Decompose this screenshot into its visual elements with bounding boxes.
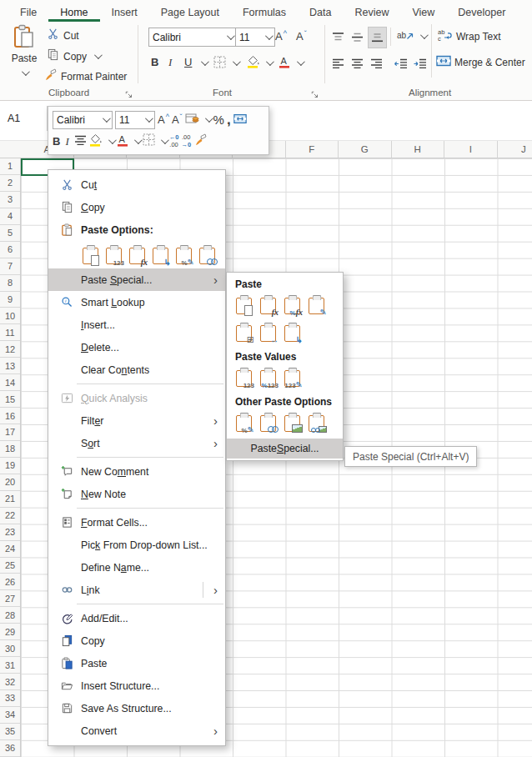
mini-fill-color-button[interactable] — [89, 133, 103, 150]
cut-button[interactable]: Cut — [47, 28, 79, 43]
name-box[interactable]: A1 — [0, 106, 48, 131]
submenu-values-icon[interactable]: 123 — [235, 368, 253, 388]
menu-item-insert[interactable]: Insert... — [48, 313, 225, 336]
submenu-paste-special-item[interactable]: Paste Special... — [227, 439, 343, 459]
row-header-5[interactable]: 5 — [0, 225, 20, 242]
row-header-21[interactable]: 21 — [0, 491, 20, 508]
menu-item-delete[interactable]: Delete... — [48, 336, 225, 358]
row-header-16[interactable]: 16 — [0, 408, 20, 424]
row-header-8[interactable]: 8 — [0, 275, 20, 292]
menu-item-copy[interactable]: Copy — [48, 196, 225, 218]
ribbon-tab-page-layout[interactable]: Page Layout — [149, 3, 231, 22]
format-painter-button[interactable]: Format Painter — [43, 68, 127, 85]
row-header-15[interactable]: 15 — [0, 391, 20, 408]
menu-item-filter[interactable]: Filter› — [48, 409, 225, 432]
font-name-select[interactable]: Calibri — [148, 28, 237, 47]
ribbon-tab-data[interactable]: Data — [298, 3, 343, 22]
orientation-dropdown-chevron-icon[interactable] — [420, 31, 429, 39]
mini-align-center-button[interactable] — [74, 134, 87, 149]
row-header-4[interactable]: 4 — [0, 208, 20, 225]
ribbon-tab-home[interactable]: Home — [48, 3, 99, 22]
shrink-font-button[interactable]: Aˇ — [296, 29, 307, 43]
mini-borders-chevron-icon[interactable] — [161, 136, 169, 144]
row-header-34[interactable]: 34 — [0, 707, 20, 724]
ribbon-tab-view[interactable]: View — [400, 3, 446, 22]
increase-indent-button[interactable] — [413, 58, 427, 73]
orientation-button[interactable]: ab — [397, 29, 414, 44]
row-header-30[interactable]: 30 — [0, 640, 20, 657]
paste-option-transpose-icon[interactable]: ↳ — [152, 245, 169, 265]
row-header-33[interactable]: 33 — [0, 690, 20, 707]
font-color-button[interactable]: A — [279, 55, 290, 72]
submenu-values-number-formatting-icon[interactable]: %123 — [259, 368, 277, 388]
mini-format-painter-button[interactable] — [193, 133, 207, 150]
submenu-values-source-formatting-icon[interactable]: 123✎ — [284, 368, 301, 388]
mini-bold-button[interactable]: B — [53, 135, 60, 148]
percent-style-button[interactable]: % — [213, 113, 224, 127]
mini-merge-center-button[interactable] — [233, 113, 247, 128]
row-header-32[interactable]: 32 — [0, 674, 20, 690]
submenu-picture-icon[interactable] — [284, 413, 301, 433]
menu-item-clear-contents[interactable]: Clear Contents — [48, 358, 225, 381]
borders-button[interactable] — [213, 56, 226, 72]
row-header-12[interactable]: 12 — [0, 341, 20, 358]
grow-font-button[interactable]: A^ — [275, 29, 287, 43]
font-color-dropdown-chevron-icon[interactable] — [297, 58, 305, 66]
row-header-27[interactable]: 27 — [0, 590, 20, 607]
row-header-20[interactable]: 20 — [0, 474, 20, 491]
row-header-2[interactable]: 2 — [0, 175, 20, 192]
paste-option-link-icon[interactable] — [198, 245, 216, 265]
row-headers[interactable]: 1234567891011121314151617181920212223242… — [0, 158, 21, 757]
column-header-H[interactable]: H — [392, 141, 445, 158]
submenu-transpose-icon[interactable]: ↳ — [284, 323, 301, 343]
mini-font-name-select[interactable]: Calibri — [53, 111, 113, 129]
submenu-paste-link-icon[interactable] — [259, 413, 277, 433]
menu-item-insert-structure[interactable]: Insert Structure... — [48, 674, 225, 697]
paste-dropdown-chevron-icon[interactable] — [21, 68, 29, 76]
submenu-no-borders-icon[interactable]: ⊞ — [235, 323, 253, 343]
row-header-31[interactable]: 31 — [0, 657, 20, 674]
underline-button[interactable]: U — [184, 56, 192, 68]
row-header-17[interactable]: 17 — [0, 424, 20, 441]
row-header-36[interactable]: 36 — [0, 740, 20, 757]
column-header-F[interactable]: F — [286, 141, 339, 158]
menu-item-paste-structure[interactable]: Paste — [48, 652, 225, 674]
wrap-text-button[interactable]: abc Wrap Text — [438, 28, 501, 44]
menu-item-copy-structure[interactable]: Copy — [48, 629, 225, 652]
row-header-3[interactable]: 3 — [0, 192, 20, 208]
italic-button[interactable]: I — [168, 56, 172, 69]
font-dialog-launcher[interactable] — [311, 88, 321, 98]
row-header-22[interactable]: 22 — [0, 508, 20, 524]
align-center-button[interactable] — [351, 58, 364, 73]
paste-option-paste-icon[interactable] — [82, 245, 99, 265]
mini-grow-font-button[interactable]: A^ — [158, 113, 169, 126]
submenu-formatting-icon[interactable]: %✎ — [235, 413, 253, 433]
row-header-23[interactable]: 23 — [0, 524, 20, 541]
submenu-paste-icon[interactable] — [235, 295, 253, 315]
bold-button[interactable]: B — [151, 56, 158, 68]
submenu-linked-picture-icon[interactable] — [308, 413, 325, 433]
accounting-dropdown-chevron-icon[interactable] — [205, 114, 213, 123]
row-header-29[interactable]: 29 — [0, 624, 20, 640]
ribbon-tab-file[interactable]: File — [8, 3, 48, 22]
underline-dropdown-chevron-icon[interactable] — [201, 58, 209, 66]
paste-option-values-icon[interactable]: 123 — [105, 245, 123, 265]
decrease-indent-button[interactable] — [394, 58, 408, 73]
align-top-button[interactable] — [332, 31, 344, 46]
menu-item-link[interactable]: Link› — [48, 579, 225, 601]
row-header-1[interactable]: 1 — [0, 158, 20, 175]
menu-item-smart-lookup[interactable]: iSmart Lookup — [48, 291, 225, 313]
decrease-decimal-button[interactable]: ←0.00 — [169, 134, 179, 148]
copy-button[interactable]: Copy — [47, 48, 100, 64]
mini-shrink-font-button[interactable]: Aˇ — [172, 113, 183, 126]
increase-decimal-button[interactable]: .00→0 — [181, 134, 191, 148]
submenu-formulas-icon[interactable]: fx — [259, 295, 277, 315]
column-header-I[interactable]: I — [444, 141, 498, 158]
menu-item-new-note[interactable]: New Note — [48, 483, 225, 505]
ribbon-tab-formulas[interactable]: Formulas — [231, 3, 298, 22]
ribbon-tab-developer[interactable]: Developer — [446, 3, 517, 22]
row-header-26[interactable]: 26 — [0, 574, 20, 590]
mini-font-size-select[interactable]: 11 — [115, 111, 155, 129]
ribbon-tab-insert[interactable]: Insert — [100, 3, 149, 22]
paste-option-formulas-icon[interactable]: fx — [128, 245, 146, 265]
